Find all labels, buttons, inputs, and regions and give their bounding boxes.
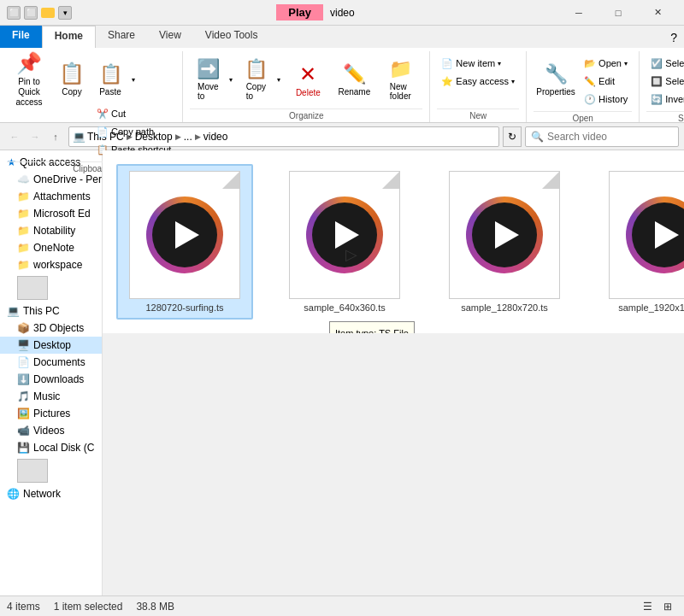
file-item-2[interactable]: sample_1280x720.ts <box>436 164 573 320</box>
delete-icon: ✕ <box>299 62 316 86</box>
cut-icon: ✂️ <box>97 109 109 120</box>
tab-view[interactable]: View <box>147 26 193 48</box>
sidebar-item-notability[interactable]: 📁 Notability <box>0 222 102 239</box>
view-large-icons-btn[interactable]: ⊞ <box>658 598 677 615</box>
paste-arrow[interactable]: ▾ <box>128 55 139 104</box>
pin-to-quick-access-button[interactable]: 📌 Pin to Quickaccess <box>7 55 51 104</box>
select-all-label: Select all <box>665 58 684 68</box>
open-col: 📂 Open ▾ ✏️ Edit 🕐 History <box>580 55 632 108</box>
edit-button[interactable]: ✏️ Edit <box>580 73 632 90</box>
edit-icon: ✏️ <box>584 76 596 87</box>
copy-to-main[interactable]: 📋 Copyto <box>238 55 274 104</box>
tab-home[interactable]: Home <box>42 26 96 48</box>
move-arrow[interactable]: ▾ <box>226 55 236 104</box>
dots-arrow[interactable]: ▶ <box>194 132 202 141</box>
qat-icon-1[interactable]: ⬜ <box>7 6 21 20</box>
paste-main[interactable]: 📋 Paste <box>92 55 128 104</box>
delete-button[interactable]: ✕ Delete <box>286 55 330 104</box>
sidebar-item-attachments[interactable]: 📁 Attachments <box>0 188 102 205</box>
onedrive-icon: ☁️ <box>17 173 30 185</box>
sidebar-item-pictures[interactable]: 🖼️ Pictures <box>0 405 102 422</box>
file-thumb-2 <box>449 171 560 299</box>
file-grid: 1280720-surfing.ts ▷ sample <box>109 157 677 326</box>
sidebar-item-localdisk[interactable]: 💾 Local Disk (C <box>0 439 102 456</box>
invert-selection-button[interactable]: 🔄 Invert selection <box>646 91 684 108</box>
properties-button[interactable]: 🔧 Properties <box>534 55 578 104</box>
tab-share[interactable]: Share <box>96 26 147 48</box>
copy-path-button[interactable]: 📄 Copy path <box>92 123 175 140</box>
qat-icon-2[interactable]: ⬜ <box>24 6 38 20</box>
open-label: Open <box>598 58 622 68</box>
play-tab-label[interactable]: Play <box>276 4 323 21</box>
breadcrumb-dots[interactable]: ... ▶ <box>184 131 202 143</box>
sidebar-item-desktop[interactable]: 🖥️ Desktop <box>0 337 102 354</box>
new-item-label: New item <box>456 58 495 68</box>
ribbon-group-open: 🔧 Properties 📂 Open ▾ ✏️ Edit 🕐 History <box>527 51 640 122</box>
cut-button[interactable]: ✂️ Cut <box>92 105 175 122</box>
close-btn[interactable]: ✕ <box>638 0 677 26</box>
sidebar-item-workspace[interactable]: 📁 workspace <box>0 256 102 273</box>
open-button[interactable]: 📂 Open ▾ <box>580 55 632 72</box>
sidebar-item-file1[interactable] <box>0 273 102 302</box>
tab-file[interactable]: File <box>0 26 42 48</box>
select-all-button[interactable]: ☑️ Select all <box>646 55 684 72</box>
copy-label: Copy <box>62 87 81 97</box>
qat-icon-3[interactable]: ▾ <box>58 6 72 20</box>
file-item-3[interactable]: sample_1920x1080.ts <box>596 164 684 320</box>
status-bar: 4 items 1 item selected 38.8 MB ☰ ⊞ <box>0 595 684 616</box>
easy-access-button[interactable]: ⭐ Easy access ▾ <box>437 73 519 90</box>
new-folder-button[interactable]: 📁 Newfolder <box>378 55 422 104</box>
new-item-button[interactable]: 📄 New item ▾ <box>437 55 519 72</box>
video-label: video <box>203 131 228 143</box>
copy-to-arrow[interactable]: ▾ <box>274 55 284 104</box>
ribbon-tabs: File Home Share View Video Tools ? <box>0 26 684 48</box>
selected-count: 1 item selected <box>54 601 123 613</box>
copy-button[interactable]: 📋 Copy <box>53 55 91 104</box>
tooltip-type: Item type: TS File <box>335 326 409 333</box>
refresh-btn[interactable]: ↻ <box>503 126 522 147</box>
pin-label: Pin to Quickaccess <box>9 77 49 108</box>
paste-col: 📋 Paste ▾ ✂️ Cut 📄 Copy path 📋 Paste sho… <box>92 55 175 158</box>
select-none-label: Select none <box>665 76 684 86</box>
history-button[interactable]: 🕐 History <box>580 91 632 108</box>
rename-button[interactable]: ✏️ Rename <box>332 55 376 104</box>
sidebar-item-network[interactable]: 🌐 Network <box>0 485 102 502</box>
sidebar-item-downloads[interactable]: ⬇️ Downloads <box>0 371 102 388</box>
sidebar-item-onenote[interactable]: 📁 OneNote <box>0 239 102 256</box>
search-input[interactable] <box>547 131 673 143</box>
tab-videotools[interactable]: Video Tools <box>193 26 270 48</box>
new-item-arrow: ▾ <box>498 60 501 67</box>
breadcrumb-video[interactable]: video <box>203 131 228 143</box>
move-to-main[interactable]: ➡️ Moveto <box>190 55 226 104</box>
workspace-icon: 📁 <box>17 259 30 271</box>
status-right: ☰ ⊞ <box>638 598 677 615</box>
ribbon-group-select: ☑️ Select all 🔲 Select none 🔄 Invert sel… <box>640 51 684 122</box>
sidebar-item-file2[interactable] <box>0 456 102 485</box>
copy-path-icon: 📄 <box>97 126 109 138</box>
select-none-button[interactable]: 🔲 Select none <box>646 73 684 90</box>
video-icon-2 <box>466 197 543 273</box>
minimize-btn[interactable]: ─ <box>559 0 598 26</box>
move-icon: ➡️ <box>197 58 220 80</box>
downloads-label: Downloads <box>33 373 84 385</box>
sidebar-item-videos[interactable]: 📹 Videos <box>0 422 102 439</box>
help-btn[interactable]: ? <box>663 27 684 48</box>
search-box[interactable]: 🔍 <box>525 126 679 147</box>
play-btn-1 <box>335 221 359 249</box>
ring-inner-1 <box>312 202 377 267</box>
move-to-button: ➡️ Moveto ▾ <box>190 55 236 104</box>
file-item-0[interactable]: 1280720-surfing.ts <box>116 164 253 320</box>
paste-button: 📋 Paste ▾ <box>92 55 175 104</box>
sidebar-item-music[interactable]: 🎵 Music <box>0 388 102 405</box>
title-bar: ⬜ ⬜ ▾ Play video ─ □ ✕ <box>0 0 684 26</box>
sidebar-item-documents[interactable]: 📄 Documents <box>0 354 102 371</box>
maximize-btn[interactable]: □ <box>598 0 638 26</box>
view-details-btn[interactable]: ☰ <box>638 598 657 615</box>
pictures-label: Pictures <box>33 408 70 419</box>
file-name-1: sample_640x360.ts <box>304 302 385 313</box>
sidebar-item-microsofted[interactable]: 📁 Microsoft Ed <box>0 205 102 222</box>
sidebar-item-3dobjects[interactable]: 📦 3D Objects <box>0 320 102 337</box>
selected-size: 38.8 MB <box>136 601 174 613</box>
sidebar-item-thispc[interactable]: 💻 This PC <box>0 302 102 320</box>
file-item-1[interactable]: ▷ sample_640x360.ts Item type: TS File S… <box>276 164 413 320</box>
